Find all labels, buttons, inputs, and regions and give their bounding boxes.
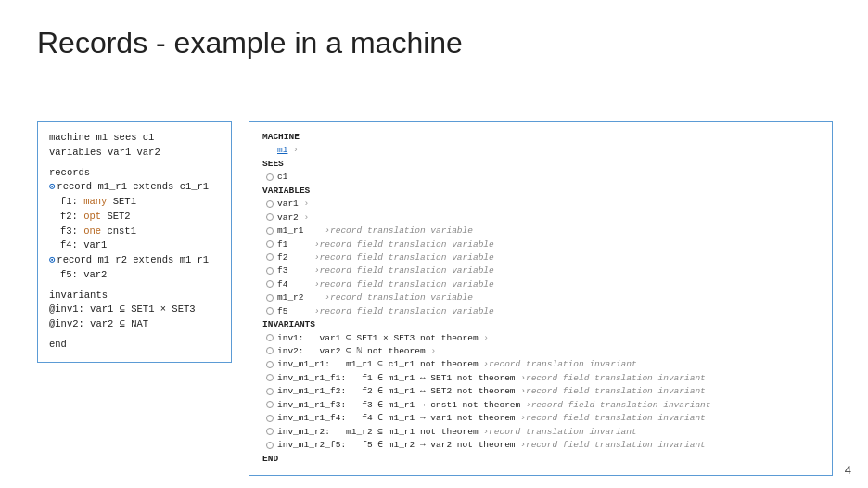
rp-var-m1r2: m1_r2 ›record translation variable (266, 291, 819, 304)
lp-line-inv1: @inv1: var1 ⊆ SET1 × SET3 (49, 302, 220, 317)
rp-var-var1: var1 › (266, 198, 819, 211)
rp-var-f3: f3 ›record field translation variable (266, 264, 819, 277)
lp-line-record1: ⊙record m1_r1 extends c1_r1 (49, 180, 220, 195)
lp-line-end: end (49, 338, 220, 353)
rp-inv-m1r2: inv_m1_r2: m1_r2 ⊆ m1_r1 not theorem ›re… (266, 426, 819, 439)
rp-inv1: inv1: var1 ⊆ SET1 × SET3 not theorem › (266, 332, 819, 345)
lp-line-f1: f1: many SET1 (49, 195, 220, 210)
rp-end-label: END (262, 453, 819, 466)
rp-inv-m1r1-f4: inv_m1_r1_f4: f4 ∈ m1_r1 → var1 not theo… (266, 412, 819, 425)
rp-var-f5: f5 ›record field translation variable (266, 305, 819, 318)
rp-variables-label: VARIABLES (262, 185, 819, 198)
rp-var-f1: f1 ›record field translation variable (266, 238, 819, 251)
lp-line-f2: f2: opt SET2 (49, 210, 220, 225)
lp-line-f3: f3: one cnst1 (49, 225, 220, 239)
rp-inv-m1r1: inv_m1_r1: m1_r1 ⊆ c1_r1 not theorem ›re… (266, 358, 819, 371)
right-code-panel: MACHINE m1 › SEES c1 VARIABLES var1 › va… (249, 121, 833, 476)
left-code-panel: machine m1 sees c1 variables var1 var2 r… (37, 121, 232, 363)
lp-line-inv2: @inv2: var2 ⊆ NAT (49, 317, 220, 332)
lp-line-record2: ⊙record m1_r2 extends m1_r1 (49, 253, 220, 268)
lp-line-machine: machine m1 sees c1 (49, 131, 220, 146)
rp-sees-c1: c1 (266, 171, 819, 184)
rp-inv2: inv2: var2 ⊆ ℕ not theorem › (266, 345, 819, 358)
rp-inv-m1r1-f2: inv_m1_r1_f2: f2 ∈ m1_r1 ↔ SET2 not theo… (266, 385, 819, 398)
rp-var-f4: f4 ›record field translation variable (266, 278, 819, 291)
lp-line-invariants: invariants (49, 289, 220, 303)
lp-line-variables: variables var1 var2 (49, 146, 220, 161)
rp-machine-label: MACHINE (262, 131, 819, 144)
page-number: 4 (845, 463, 851, 477)
lp-line-records: records (49, 166, 220, 181)
rp-sees-label: SEES (262, 158, 819, 171)
rp-invariants-label: INVARIANTS (262, 318, 819, 331)
rp-var-m1r1: m1_r1 ›record translation variable (266, 225, 819, 238)
lp-line-f5: f5: var2 (49, 268, 220, 283)
page-title: Records - example in a machine (37, 26, 463, 60)
rp-machine-name: m1 › (277, 144, 819, 157)
rp-inv-m1r1-f3: inv_m1_r1_f3: f3 ∈ m1_r1 → cnst1 not the… (266, 399, 819, 412)
lp-line-f4: f4: var1 (49, 238, 220, 253)
rp-var-f2: f2 ›record field translation variable (266, 251, 819, 264)
rp-inv-m1r1-f1: inv_m1_r1_f1: f1 ∈ m1_r1 ↔ SET1 not theo… (266, 372, 819, 385)
rp-var-var2: var2 › (266, 212, 819, 225)
rp-inv-m1r2-f5: inv_m1_r2_f5: f5 ∈ m1_r2 → var2 not theo… (266, 439, 819, 452)
